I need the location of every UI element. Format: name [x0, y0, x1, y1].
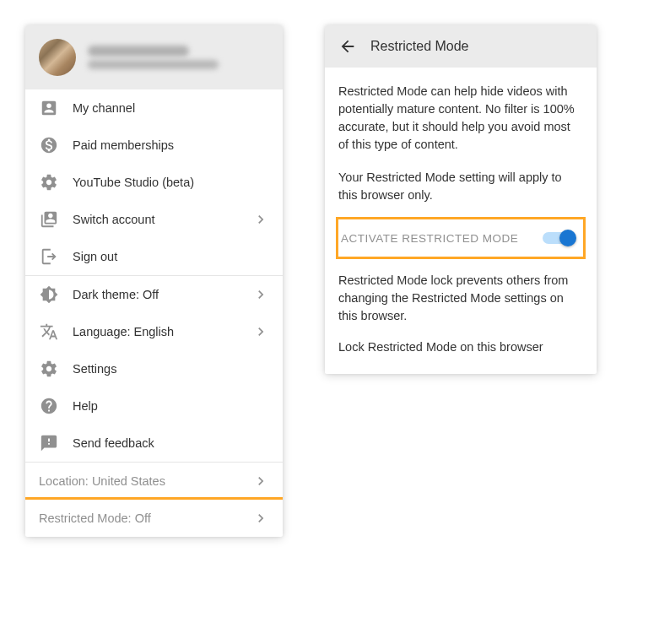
chevron-right-icon [252, 286, 269, 303]
highlight-restricted-mode: Restricted Mode: Off [25, 497, 283, 537]
menu-label: Switch account [73, 213, 252, 226]
highlight-toggle-row: ACTIVATE RESTRICTED MODE [336, 217, 586, 259]
footer-location[interactable]: Location: United States [25, 463, 283, 500]
menu-send-feedback[interactable]: Send feedback [25, 425, 283, 462]
menu-label: My channel [73, 101, 269, 115]
menu-label: YouTube Studio (beta) [73, 176, 269, 189]
dark-theme-icon [39, 284, 59, 305]
chevron-right-icon [252, 473, 269, 490]
menu-section-1: My channel Paid memberships YouTube Stud… [25, 89, 283, 275]
restricted-mode-toggle[interactable] [543, 230, 576, 246]
menu-label: Paid memberships [73, 138, 269, 152]
footer-label: Location: United States [39, 474, 252, 488]
settings-gear-icon [39, 359, 59, 379]
description-text-2: Your Restricted Mode setting will apply … [338, 169, 583, 204]
menu-settings[interactable]: Settings [25, 350, 283, 387]
menu-section-2: Dark theme: Off Language: English Settin… [25, 276, 283, 462]
lock-restricted-mode-link[interactable]: Lock Restricted Mode on this browser [338, 340, 583, 354]
help-icon [39, 396, 59, 416]
user-header [25, 25, 283, 89]
chevron-right-icon [252, 211, 269, 228]
menu-label: Dark theme: Off [73, 288, 252, 301]
switch-account-icon [39, 209, 59, 230]
toggle-thumb [559, 230, 576, 246]
menu-label: Send feedback [73, 436, 269, 450]
menu-sign-out[interactable]: Sign out [25, 238, 283, 275]
menu-language[interactable]: Language: English [25, 313, 283, 350]
menu-switch-account[interactable]: Switch account [25, 201, 283, 238]
menu-youtube-studio[interactable]: YouTube Studio (beta) [25, 164, 283, 201]
avatar[interactable] [39, 39, 76, 76]
paid-icon [39, 135, 59, 155]
menu-paid-memberships[interactable]: Paid memberships [25, 127, 283, 164]
footer-restricted-mode[interactable]: Restricted Mode: Off [25, 500, 283, 537]
chevron-right-icon [252, 323, 269, 340]
account-box-icon [39, 98, 59, 118]
user-name-blurred [88, 46, 189, 57]
sign-out-icon [39, 246, 59, 267]
feedback-icon [39, 433, 59, 453]
menu-help[interactable]: Help [25, 387, 283, 425]
language-icon [39, 322, 59, 342]
restricted-mode-panel: Restricted Mode Restricted Mode can help… [325, 25, 597, 374]
menu-label: Language: English [73, 325, 252, 338]
chevron-right-icon [252, 510, 269, 527]
studio-gear-icon [39, 172, 59, 192]
panel-title: Restricted Mode [370, 39, 469, 54]
menu-my-channel[interactable]: My channel [25, 89, 283, 127]
toggle-label: ACTIVATE RESTRICTED MODE [341, 232, 518, 245]
lock-text: Restricted Mode lock prevents others fro… [338, 272, 583, 325]
user-info [88, 46, 219, 69]
menu-label: Help [73, 399, 269, 413]
description-text-1: Restricted Mode can help hide videos wit… [338, 83, 583, 154]
footer-label: Restricted Mode: Off [39, 511, 252, 525]
back-arrow-icon[interactable] [338, 37, 357, 56]
account-menu-panel: My channel Paid memberships YouTube Stud… [25, 25, 283, 537]
menu-label: Settings [73, 362, 269, 376]
menu-dark-theme[interactable]: Dark theme: Off [25, 276, 283, 313]
user-email-blurred [88, 60, 219, 69]
panel-body: Restricted Mode can help hide videos wit… [325, 68, 597, 374]
menu-label: Sign out [73, 250, 269, 263]
panel-header: Restricted Mode [325, 25, 597, 68]
